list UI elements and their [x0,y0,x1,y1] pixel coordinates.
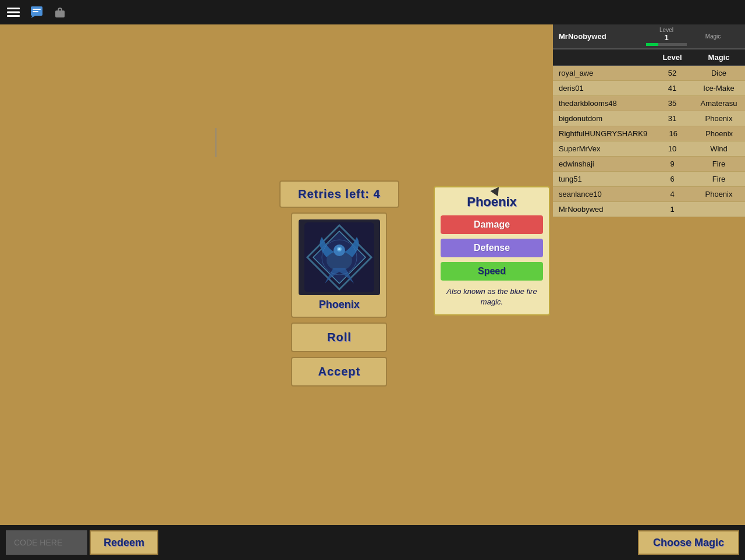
leaderboard: MrNoobywed Level 1 Magic Level Magic roy… [553,24,745,217]
magic-label: Magic [687,33,739,40]
center-ui: Retries left: 4 [279,180,399,387]
lb-row-magic: Fire [693,157,745,171]
leaderboard-row: MrNoobywed 1 [553,202,745,217]
topbar [0,0,745,24]
lb-row-magic: Phoenix [693,187,745,201]
leaderboard-row: thedarkblooms48 35 Amaterasu [553,96,745,111]
menu-icon[interactable] [6,5,21,20]
lb-row-level: 9 [652,157,693,171]
lb-row-magic: Amaterasu [693,96,745,111]
bag-icon[interactable] [52,5,68,20]
lb-row-magic: Phoenix [693,126,745,141]
info-panel: Phoenix Damage Defense Speed Also known … [434,186,550,316]
lb-row-magic: Wind [693,141,745,156]
lb-header-name [553,49,652,65]
leaderboard-row: RightfulHUNGRYSHARK9 16 Phoenix [553,126,745,141]
leaderboard-row: seanlance10 4 Phoenix [553,187,745,202]
lb-row-level: 41 [652,81,693,95]
leaderboard-row: deris01 41 Ice-Make [553,81,745,96]
lb-row-name: thedarkblooms48 [553,96,652,111]
cursor-line [215,128,217,157]
leaderboard-row: royal_awe 52 Dice [553,66,745,81]
lb-row-name: bigdonutdom [553,111,652,126]
svg-rect-1 [7,12,20,13]
magic-image [299,219,380,295]
lb-header-magic: Magic [693,49,745,65]
magic-card: Phoenix [291,212,387,318]
lb-row-level: 52 [652,66,693,80]
xp-bar [646,43,658,46]
chat-icon[interactable] [29,5,44,20]
svg-rect-5 [33,9,41,10]
leaderboard-rows: royal_awe 52 Dice deris01 41 Ice-Make th… [553,66,745,217]
lb-row-level: 35 [652,96,693,111]
damage-stat: Damage [441,215,543,234]
svg-rect-7 [55,10,65,17]
lb-row-name: tung51 [553,172,652,186]
leaderboard-header: Level Magic [553,49,745,66]
lb-row-magic: Phoenix [693,111,745,126]
lb-row-name: deris01 [553,81,652,95]
lb-row-magic: Dice [693,66,745,80]
lb-row-level: 16 [653,126,693,141]
lb-row-level: 4 [652,187,693,201]
lb-header-level: Level [652,49,693,65]
retries-box: Retries left: 4 [279,180,399,208]
lb-row-level: 31 [652,111,693,126]
svg-rect-2 [7,15,20,17]
leaderboard-row: tung51 6 Fire [553,172,745,187]
leaderboard-row: SuperMrVex 10 Wind [553,141,745,157]
player-name: MrNoobywed [559,32,646,41]
leaderboard-row: bigdonutdom 31 Phoenix [553,111,745,126]
lb-row-level: 1 [652,202,693,217]
xp-bar-container [646,43,687,46]
lb-row-magic: Fire [693,172,745,186]
lb-row-level: 6 [652,172,693,186]
lb-row-name: edwinshaji [553,157,652,171]
svg-rect-0 [7,8,20,9]
lb-row-magic: Ice-Make [693,81,745,95]
svg-rect-6 [33,11,38,12]
lb-row-magic [693,207,745,212]
info-panel-title: Phoenix [441,194,543,210]
choose-magic-button[interactable]: Choose Magic [638,530,739,555]
player-level-value: 1 [646,33,687,42]
lb-row-name: MrNoobywed [553,202,652,217]
accept-button[interactable]: Accept [291,357,387,387]
defense-stat: Defense [441,239,543,257]
bottombar: Redeem Choose Magic [0,525,745,560]
level-label: Level [646,27,687,33]
info-description: Also known as the blue fire magic. [441,286,543,307]
magic-name-card: Phoenix [298,299,380,311]
code-input[interactable] [6,530,87,555]
lb-row-name: seanlance10 [553,187,652,201]
roll-button[interactable]: Roll [291,322,387,352]
lb-row-name: SuperMrVex [553,141,652,156]
speed-stat: Speed [441,262,543,281]
lb-row-level: 10 [652,141,693,156]
svg-point-14 [338,248,340,250]
player-info-row: MrNoobywed Level 1 Magic [553,24,745,49]
leaderboard-row: edwinshaji 9 Fire [553,157,745,172]
svg-marker-4 [31,16,36,18]
redeem-button[interactable]: Redeem [90,530,158,555]
lb-row-name: royal_awe [553,66,652,80]
lb-row-name: RightfulHUNGRYSHARK9 [553,126,653,141]
